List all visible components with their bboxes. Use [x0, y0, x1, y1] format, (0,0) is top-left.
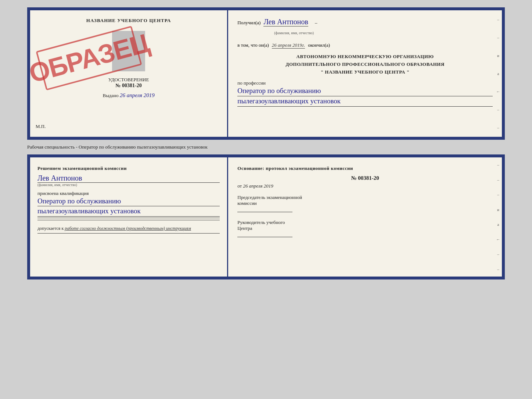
- cert-issued: Выдано 26 апреля 2019: [103, 92, 154, 99]
- issued-date: 26 апреля 2019: [120, 92, 155, 98]
- leader-line1: Руководитель учебного: [237, 220, 493, 225]
- side-marks-bottom: – – – и а ← – –: [495, 157, 502, 277]
- in-that-label: в том, что он(а): [237, 42, 269, 48]
- qual-line1: Оператор по обслуживанию: [37, 196, 220, 207]
- chairman-line2: комиссии: [237, 200, 493, 206]
- certificate-bottom: Решением экзаменационной комиссии Лев Ан…: [27, 154, 505, 279]
- profession-line1: Оператор по обслуживанию: [237, 86, 493, 96]
- in-that-row: в том, что он(а) 26 апреля 2019г. окончи…: [237, 42, 493, 49]
- org-line2: ДОПОЛНИТЕЛЬНОГО ПРОФЕССИОНАЛЬНОГО ОБРАЗО…: [237, 61, 493, 68]
- leader-line2: Центра: [237, 225, 493, 231]
- cert-title: УДОСТОВЕРЕНИЕ: [108, 77, 149, 83]
- bottom-left: Решением экзаменационной комиссии Лев Ан…: [30, 157, 228, 277]
- sig-line-2: [37, 220, 220, 220]
- допускается-value: работе согласно должностным (производств…: [65, 226, 191, 231]
- date-prefix: от: [237, 183, 242, 189]
- date-value: 26 апреля 2019: [243, 183, 273, 189]
- side-marks-top: – – и а ← – –: [495, 10, 502, 137]
- bottom-right: Основание: протокол экзаменационной коми…: [228, 157, 502, 277]
- bottom-fio-sublabel: (фамилия, имя, отчество): [37, 183, 220, 187]
- bottom-name-block: Лев Антпонов (фамилия, имя, отчество): [37, 174, 220, 187]
- fio-sublabel-top: (фамилия, имя, отчество): [274, 31, 529, 35]
- profession-block: по профессии Оператор по обслуживанию пы…: [237, 80, 493, 106]
- bottom-name: Лев Антпонов: [37, 174, 220, 183]
- osnov-label: Основание: протокол экзаменационной коми…: [237, 165, 493, 172]
- org-line1: АВТОНОМНУЮ НЕКОММЕРЧЕСКУЮ ОРГАНИЗАЦИЮ: [237, 53, 493, 61]
- допускается-row: допускается к работе согласно должностны…: [37, 226, 220, 231]
- sig-line-3: [37, 233, 220, 234]
- received-label: Получил(а): [237, 20, 260, 26]
- org-line3: " НАЗВАНИЕ УЧЕБНОГО ЦЕНТРА ": [237, 68, 493, 76]
- decision-text: Решением экзаменационной комиссии: [37, 165, 220, 172]
- school-name-top: НАЗВАНИЕ УЧЕБНОГО ЦЕНТРА: [86, 18, 171, 24]
- cert-left: НАЗВАНИЕ УЧЕБНОГО ЦЕНТРА ОБРАЗЕЦ УДОСТОВ…: [30, 10, 228, 137]
- cert-mp: М.П.: [36, 124, 46, 129]
- chairman-block: Председатель экзаменационной комиссии: [237, 195, 493, 212]
- certificate-top: НАЗВАНИЕ УЧЕБНОГО ЦЕНТРА ОБРАЗЕЦ УДОСТОВ…: [27, 7, 505, 140]
- sig-line-1: [37, 218, 220, 218]
- chairman-line1: Председатель экзаменационной: [237, 195, 493, 200]
- cert-photo: [112, 31, 145, 71]
- qual-line2: пылегазоулавливающих установок: [37, 206, 220, 217]
- received-row: Получил(а) Лев Антпонов –: [237, 18, 493, 26]
- profession-line2: пылегазоулавливающих установок: [237, 96, 493, 107]
- protocol-date: от 26 апреля 2019: [237, 183, 493, 189]
- org-block: АВТОНОМНУЮ НЕКОММЕРЧЕСКУЮ ОРГАНИЗАЦИЮ ДО…: [237, 53, 493, 76]
- completion-date: 26 апреля 2019г.: [272, 42, 305, 49]
- leader-sig-line: [237, 237, 292, 237]
- middle-label: Рабочая специальность - Оператор по обсл…: [27, 143, 208, 151]
- profession-label: по профессии: [237, 80, 493, 86]
- leader-block: Руководитель учебного Центра: [237, 220, 493, 237]
- protocol-number: № 00381-20: [237, 175, 493, 181]
- received-name: Лев Антпонов: [263, 18, 308, 26]
- допускается-label-text: допускается к: [37, 226, 64, 231]
- cert-number: № 00381-20: [116, 83, 142, 89]
- document-container: НАЗВАНИЕ УЧЕБНОГО ЦЕНТРА ОБРАЗЕЦ УДОСТОВ…: [27, 7, 505, 279]
- qualification-label: присвоена квалификация: [37, 190, 220, 196]
- issued-label: Выдано: [103, 93, 118, 98]
- cert-right: Получил(а) Лев Антпонов – (фамилия, имя,…: [228, 10, 502, 137]
- finished-label: окончил(а): [308, 42, 330, 48]
- chairman-sig-line: [237, 212, 292, 212]
